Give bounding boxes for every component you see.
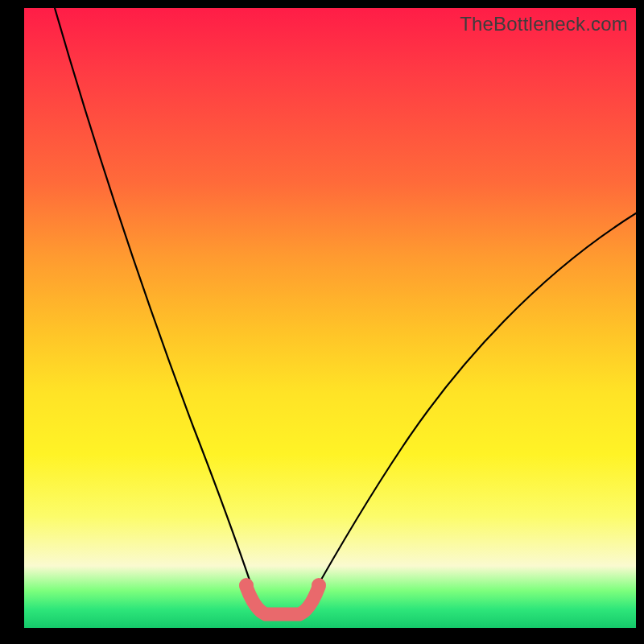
curve-right-branch <box>308 213 636 604</box>
curve-left-branch <box>55 8 258 604</box>
bottleneck-curve <box>24 8 636 628</box>
optimal-zone-highlight <box>246 587 319 614</box>
gradient-plot-area: TheBottleneck.com <box>24 8 636 628</box>
optimal-zone-dot-right <box>312 578 326 592</box>
optimal-zone-dot-left <box>239 578 254 592</box>
chart-frame: TheBottleneck.com <box>0 0 644 644</box>
